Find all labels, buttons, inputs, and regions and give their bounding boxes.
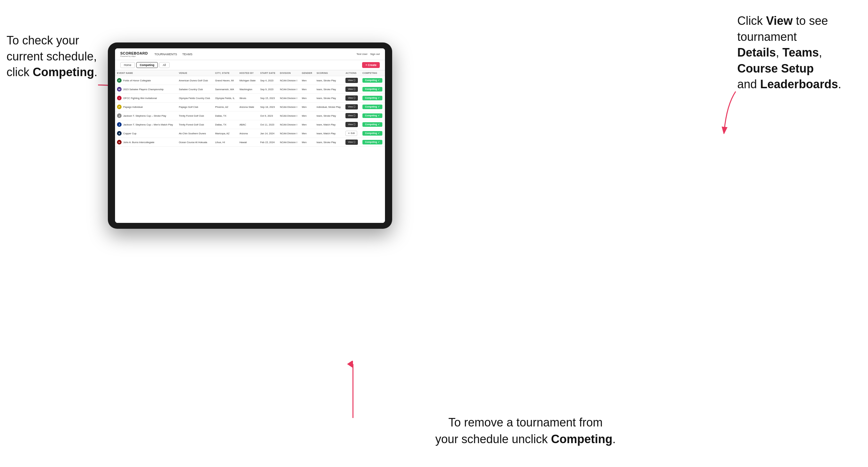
- view-button[interactable]: View ⓘ: [345, 104, 358, 110]
- cell-venue: Sahalee Country Club: [177, 85, 213, 94]
- competing-button[interactable]: Competing ✓: [363, 122, 382, 127]
- cell-startDate: Feb 15, 2024: [258, 138, 278, 147]
- cell-scoring: team, Match Play: [315, 120, 344, 129]
- cell-hostedBy: Washington: [238, 85, 258, 94]
- cell-cityState: Olympia Fields, IL: [213, 94, 237, 103]
- nav-tournaments[interactable]: TOURNAMENTS: [154, 52, 177, 57]
- table-row: H John A. Burns Intercollegiate Ocean Co…: [115, 138, 385, 147]
- col-venue: VENUE: [177, 70, 213, 76]
- competing-button[interactable]: Competing ✓: [363, 104, 382, 109]
- cell-venue: Olympia Fields Country Club: [177, 94, 213, 103]
- team-logo: A: [117, 131, 122, 136]
- tab-competing[interactable]: Competing: [136, 62, 158, 68]
- cell-competing: Competing ✓: [361, 120, 385, 129]
- cell-division: NCAA Division I: [278, 129, 300, 138]
- cell-scoring: team, Stroke Play: [315, 94, 344, 103]
- cell-competing: Competing ✓: [361, 103, 385, 112]
- cell-actions: View ⓘ: [343, 112, 361, 120]
- cell-event-name: J Jackson T. Stephens Cup – Men's Match …: [115, 120, 177, 129]
- cell-cityState: Grand Haven, MI: [213, 76, 237, 85]
- tab-home[interactable]: Home: [120, 62, 135, 68]
- scoreboard-logo: SCOREBOARD Powered by clippi: [120, 51, 148, 57]
- cell-startDate: Sep 9, 2023: [258, 85, 278, 94]
- cell-scoring: team, Stroke Play: [315, 76, 344, 85]
- cell-division: NCAA Division I: [278, 138, 300, 147]
- competing-button[interactable]: Competing ✓: [363, 114, 382, 118]
- col-scoring: SCORING: [315, 70, 344, 76]
- cell-cityState: Dallas, TX: [213, 112, 237, 120]
- cell-division: NCAA Division I: [278, 120, 300, 129]
- cell-hostedBy: Arizona State: [238, 103, 258, 112]
- cell-gender: Men: [300, 120, 315, 129]
- cell-startDate: Sep 18, 2023: [258, 103, 278, 112]
- cell-startDate: Sep 15, 2023: [258, 94, 278, 103]
- cell-division: NCAA Division I: [278, 103, 300, 112]
- view-button[interactable]: View ⓘ: [345, 113, 358, 118]
- annotation-left: To check your current schedule, click Co…: [6, 33, 108, 81]
- team-logo: J: [117, 114, 122, 118]
- view-button[interactable]: View ⓘ: [345, 87, 358, 92]
- cell-hostedBy: Michigan State: [238, 76, 258, 85]
- edit-button[interactable]: ✏ Edit: [345, 131, 357, 136]
- competing-button[interactable]: Competing ✓: [363, 140, 382, 145]
- cell-cityState: Dallas, TX: [213, 120, 237, 129]
- cell-division: NCAA Division I: [278, 112, 300, 120]
- cell-cityState: Phoenix, AZ: [213, 103, 237, 112]
- cell-gender: Men: [300, 76, 315, 85]
- cell-startDate: Jan 14, 2024: [258, 129, 278, 138]
- competing-button[interactable]: Competing ✓: [363, 87, 382, 92]
- nav-teams[interactable]: TEAMS: [182, 52, 192, 57]
- create-button[interactable]: + Create: [362, 62, 380, 68]
- nav-signout[interactable]: Sign out: [370, 53, 380, 56]
- cell-competing: Competing ✓: [361, 112, 385, 120]
- nav-right: Test User Sign out: [356, 53, 380, 56]
- tab-all[interactable]: All: [159, 62, 169, 68]
- event-name-text: Papago Individual: [123, 105, 143, 108]
- table-row: P Papago Individual Papago Golf ClubPhoe…: [115, 103, 385, 112]
- cell-competing: Competing ✓: [361, 94, 385, 103]
- cell-event-name: H John A. Burns Intercollegiate: [115, 138, 177, 147]
- cell-venue: American Dunes Golf Club: [177, 76, 213, 85]
- competing-button[interactable]: Competing ✓: [363, 96, 382, 100]
- cell-actions: View ⓘ: [343, 94, 361, 103]
- annotation-bottom: To remove a tournament from your schedul…: [411, 414, 640, 447]
- filter-tabs: Home Competing All: [120, 62, 169, 68]
- view-button[interactable]: View ⓘ: [345, 95, 358, 101]
- cell-cityState: Sammamish, WA: [213, 85, 237, 94]
- cell-startDate: Oct 11, 2023: [258, 120, 278, 129]
- competing-button[interactable]: Competing ✓: [363, 131, 382, 136]
- col-division: DIVISION: [278, 70, 300, 76]
- col-start-date: START DATE: [258, 70, 278, 76]
- view-button[interactable]: View ⓘ: [345, 78, 358, 83]
- view-button[interactable]: View ⓘ: [345, 122, 358, 127]
- cell-scoring: team, Stroke Play: [315, 112, 344, 120]
- competing-button[interactable]: Competing ✓: [363, 78, 382, 83]
- bottom-arrow: [346, 361, 360, 419]
- team-logo: I: [117, 96, 122, 100]
- cell-venue: Ak-Chin Southern Dunes: [177, 129, 213, 138]
- tournaments-table: EVENT NAME VENUE CITY, STATE HOSTED BY S…: [115, 70, 385, 147]
- cell-gender: Men: [300, 129, 315, 138]
- cell-actions: View ⓘ: [343, 138, 361, 147]
- table-row: I OFCC Fighting Illini Invitational Olym…: [115, 94, 385, 103]
- cell-division: NCAA Division I: [278, 76, 300, 85]
- event-name-text: Jackson T. Stephens Cup – Men's Match Pl…: [123, 123, 173, 126]
- cell-gender: Men: [300, 138, 315, 147]
- event-name-text: Jackson T. Stephens Cup – Stroke Play: [123, 114, 166, 117]
- cell-event-name: A Copper Cup: [115, 129, 177, 138]
- view-button[interactable]: View ⓘ: [345, 139, 358, 145]
- col-actions: ACTIONS: [343, 70, 361, 76]
- cell-event-name: I OFCC Fighting Illini Invitational: [115, 94, 177, 103]
- annotation-top-right: Click View to see tournament Details, Te…: [737, 13, 858, 92]
- team-logo: W: [117, 87, 122, 92]
- table-row: J Jackson T. Stephens Cup – Stroke Play …: [115, 112, 385, 120]
- cell-hostedBy: Illinois: [238, 94, 258, 103]
- cell-hostedBy: ABAC: [238, 120, 258, 129]
- cell-actions: View ⓘ: [343, 103, 361, 112]
- cell-gender: Men: [300, 103, 315, 112]
- table-row: A Copper Cup Ak-Chin Southern DunesMaric…: [115, 129, 385, 138]
- cell-gender: Men: [300, 112, 315, 120]
- event-name-text: Copper Cup: [123, 132, 136, 135]
- nav-bar: SCOREBOARD Powered by clippi TOURNAMENTS…: [115, 49, 385, 60]
- cell-event-name: P Papago Individual: [115, 103, 177, 112]
